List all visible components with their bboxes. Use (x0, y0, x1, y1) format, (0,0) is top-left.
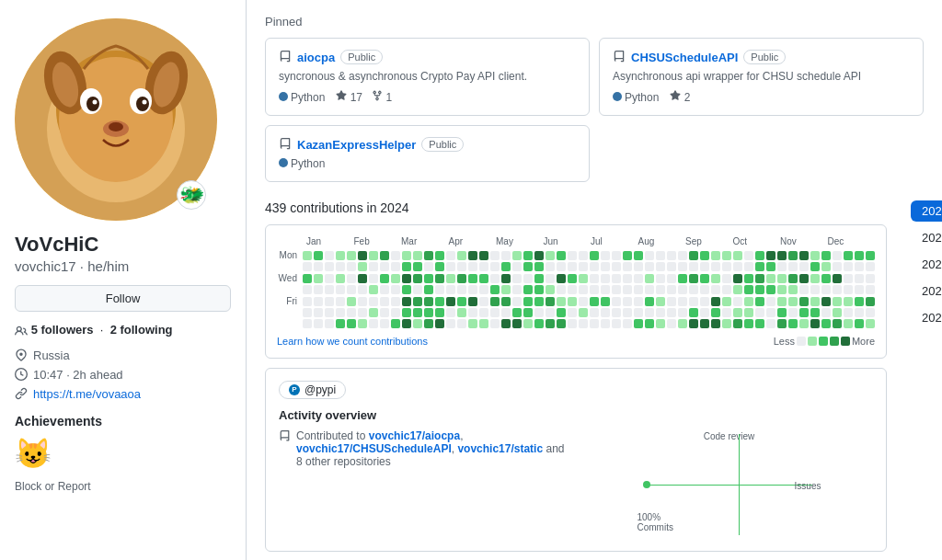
svg-point-11 (136, 97, 149, 111)
grid-cell (446, 308, 455, 317)
grid-cell (523, 297, 533, 306)
grid-cell (391, 308, 400, 317)
pin-card-name-chsu[interactable]: CHSUScheduleAPI (631, 51, 738, 64)
grid-cell (568, 251, 577, 260)
grid-cell (457, 251, 466, 260)
pin-card-name-aiocpa[interactable]: aiocpa (297, 51, 335, 64)
year-2020-button[interactable]: 2020 (911, 307, 942, 328)
grid-cell (490, 274, 500, 283)
grid-cell (347, 251, 356, 260)
pin-card-name-kazan[interactable]: KazanExpressHelper (297, 138, 416, 152)
year-2021-button[interactable]: 2021 (911, 280, 942, 302)
legend: Less More (774, 336, 875, 347)
grid-cell (656, 308, 665, 317)
time-item: 10:47 · 2h ahead (15, 368, 231, 382)
block-report-link[interactable]: Block or Report (15, 480, 231, 493)
grid-cell (490, 251, 500, 260)
legend-c3 (830, 337, 839, 346)
grid-cell (557, 319, 566, 328)
follow-button[interactable]: Follow (15, 285, 231, 312)
grid-cell (501, 297, 511, 306)
grid-cell (755, 297, 764, 306)
grid-cell (766, 285, 775, 294)
repo-link-3[interactable]: vovchic17/static (457, 442, 543, 455)
grid-cell (645, 319, 654, 328)
grid-cell (347, 274, 356, 283)
grid-cell (579, 262, 588, 271)
time-text: 10:47 · 2h ahead (33, 368, 123, 382)
username: VoVcHiC (15, 233, 231, 257)
grid-cell (413, 251, 422, 260)
svg-point-13 (143, 100, 147, 105)
grid-cell (766, 308, 775, 317)
grid-cell (866, 297, 875, 306)
year-2024-button[interactable]: 2024 (911, 200, 942, 222)
grid-cell (501, 285, 511, 294)
grid-cell (534, 308, 544, 317)
grid-cell (656, 274, 665, 283)
grid-cell (557, 274, 566, 283)
pinned-grid: aiocpa Public syncronous & asynchronous … (265, 38, 924, 182)
grid-cell (380, 274, 389, 283)
row-label: Wed (277, 273, 301, 283)
grid-cell (744, 285, 753, 294)
link-item[interactable]: https://t.me/vovaaoa (15, 387, 231, 401)
grid-cell (523, 319, 533, 328)
grid-cell (799, 262, 809, 271)
grid-cell (833, 319, 842, 328)
grid-cell (711, 297, 720, 306)
grid-cell (590, 251, 599, 260)
grid-cell (457, 297, 466, 306)
graph-row: Wed (277, 273, 875, 283)
grid-cell (623, 297, 632, 306)
grid-cell (601, 262, 610, 271)
grid-cell (623, 319, 632, 328)
grid-cell (579, 274, 588, 283)
location-text: Russia (33, 349, 70, 362)
grid-cell (656, 251, 665, 260)
row-label: Mon (277, 250, 301, 260)
grid-cell (601, 285, 610, 294)
grid-cell (689, 319, 698, 328)
grid-cell (645, 297, 654, 306)
grid-cell (490, 308, 500, 317)
grid-cell (799, 308, 809, 317)
grid-cell (623, 274, 632, 283)
grid-cell (833, 285, 842, 294)
grid-cell (369, 251, 378, 260)
grid-cell (546, 251, 555, 260)
grid-cell (777, 251, 787, 260)
grid-cell (844, 251, 853, 260)
grid-cell (866, 285, 875, 294)
grid-cell (534, 319, 544, 328)
grid-cell (833, 251, 842, 260)
repo-link-2[interactable]: vovchic17/CHSUScheduleAPI (296, 442, 452, 455)
grid-cell (468, 285, 477, 294)
grid-cell (855, 251, 864, 260)
grid-cell (347, 319, 356, 328)
profile-link[interactable]: https://t.me/vovaaoa (33, 387, 141, 401)
lang-dot (279, 158, 288, 167)
grid-cell (821, 297, 831, 306)
grid-cell (402, 262, 411, 271)
grid-cell (435, 297, 444, 306)
repo-link-1[interactable]: vovchic17/aiocpa (369, 429, 460, 442)
learn-link[interactable]: Learn how we count contributions (277, 336, 428, 347)
grid-cell (590, 297, 599, 306)
grid-cell (468, 251, 477, 260)
grid-cell (810, 274, 820, 283)
year-2023-button[interactable]: 2023 (911, 227, 942, 248)
grid-cell (766, 319, 775, 328)
year-2022-button[interactable]: 2022 (911, 254, 942, 275)
grid-cell (777, 274, 787, 283)
grid-cell (347, 308, 356, 317)
grid-cell (788, 251, 798, 260)
grid-cell (590, 319, 599, 328)
graph-row (277, 285, 875, 294)
grid-cell (601, 251, 610, 260)
chart-dot (643, 481, 650, 488)
grid-cell (678, 251, 687, 260)
grid-cell (568, 285, 577, 294)
grid-cell (844, 319, 853, 328)
grid-cell (777, 262, 787, 271)
